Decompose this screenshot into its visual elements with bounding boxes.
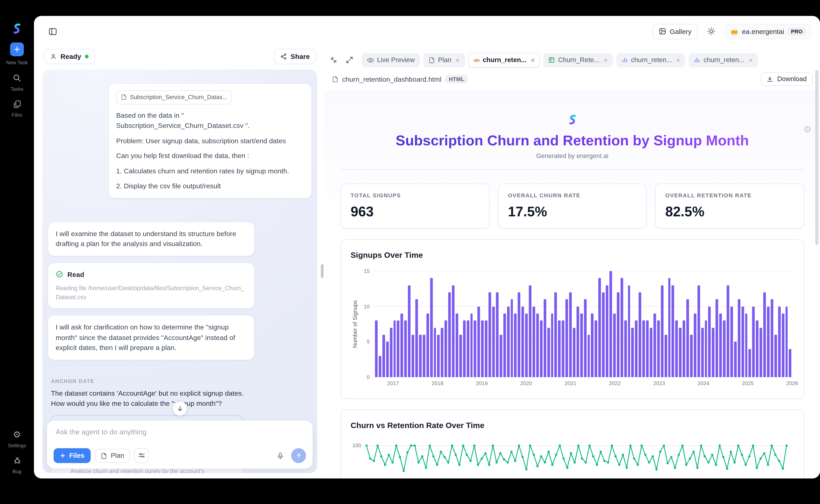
sidebar-item-tasks[interactable]: Tasks	[11, 73, 23, 92]
signup-bar	[437, 335, 440, 377]
agent-status[interactable]: Ready	[44, 49, 95, 64]
download-button[interactable]: Download	[761, 72, 813, 86]
chat-scroll-area[interactable]: Subscription_Service_Churn_Datas... Base…	[42, 69, 317, 473]
signup-bar	[756, 320, 759, 377]
signup-bar	[690, 335, 693, 377]
plan-button[interactable]: Plan	[95, 449, 130, 463]
tab-churn-rete-[interactable]: Churn_Rete...×	[543, 53, 613, 67]
signup-bar	[679, 328, 682, 377]
scrollbar-thumb[interactable]	[815, 70, 818, 245]
signup-bar	[569, 292, 572, 377]
signup-bar	[730, 306, 733, 377]
x-tick-label: 2025	[742, 380, 754, 386]
sidebar-item-files[interactable]: Files	[12, 100, 22, 118]
signup-bar	[668, 278, 671, 377]
crown-icon	[730, 28, 738, 35]
signup-bar	[584, 299, 586, 377]
read-step[interactable]: Read Reading file /home/user/Desktop/dat…	[48, 262, 255, 309]
mic-button[interactable]	[273, 449, 287, 463]
sidebar-item-bug[interactable]: Bug	[12, 456, 21, 474]
x-tick-label: 2020	[520, 380, 532, 386]
chat-input[interactable]	[54, 427, 306, 436]
attachment-chip[interactable]: Subscription_Service_Churn_Datas...	[116, 90, 232, 104]
close-icon[interactable]: ×	[749, 56, 753, 64]
stat-value: 17.5%	[508, 204, 637, 220]
gallery-button[interactable]: Gallery	[652, 24, 698, 39]
signup-bar	[576, 306, 579, 377]
files-button-label: Files	[69, 452, 84, 459]
signup-bar	[646, 320, 649, 377]
signup-bar	[778, 306, 781, 377]
tab-live-preview[interactable]: Live Preview	[362, 53, 420, 67]
chat-panel: Ready Share	[34, 47, 325, 478]
scroll-to-bottom-button[interactable]	[172, 401, 187, 416]
signup-bar	[485, 320, 487, 377]
signup-bar	[434, 328, 436, 377]
y-tick-label: 0	[367, 374, 370, 380]
theme-toggle-button[interactable]	[704, 24, 718, 38]
signup-bar	[675, 320, 678, 377]
signup-bar	[683, 320, 685, 377]
tab-churn-reten-[interactable]: </>churn_reten...×	[468, 53, 540, 67]
chart-icon	[622, 57, 628, 63]
file-type-badge: HTML	[445, 75, 468, 83]
message-line: 2. Display the csv file output/result	[116, 181, 304, 191]
tools-sliders-button[interactable]	[134, 448, 149, 463]
topbar: Gallery ea.energentai PRO	[34, 16, 820, 47]
signup-bar	[540, 320, 543, 377]
signup-bar	[745, 314, 748, 377]
signup-bar	[639, 292, 641, 377]
signup-bar	[404, 320, 407, 377]
preview-pane[interactable]: ⚙ Subscription Churn and Retention by Si…	[325, 90, 820, 478]
close-icon[interactable]: ×	[604, 56, 608, 64]
close-icon[interactable]: ×	[676, 56, 680, 64]
tasks-label: Tasks	[11, 86, 23, 92]
send-button[interactable]	[291, 448, 306, 463]
collapse-panel-button[interactable]	[327, 53, 341, 67]
signup-bar	[701, 328, 704, 377]
panel-resize-handle[interactable]	[321, 264, 324, 278]
x-tick-label: 2017	[387, 380, 399, 386]
signup-bar	[375, 320, 378, 377]
files-icon	[12, 100, 21, 109]
search-icon	[12, 73, 22, 83]
x-tick-label: 2018	[432, 380, 444, 386]
share-button[interactable]: Share	[274, 49, 316, 64]
tab-plan[interactable]: Plan×	[423, 53, 465, 67]
stat-card: TOTAL SIGNUPS963	[341, 184, 489, 229]
message-line: 1. Calculates churn and retention rates …	[116, 166, 304, 176]
signup-bar	[419, 335, 422, 377]
signup-bar	[441, 328, 444, 377]
close-icon[interactable]: ×	[456, 56, 460, 64]
dashboard-settings-icon[interactable]: ⚙	[803, 125, 811, 134]
signup-bar	[518, 292, 520, 377]
sidebar-toggle-button[interactable]	[46, 24, 59, 38]
signup-bar	[533, 306, 535, 377]
new-task-button[interactable]: + New Task	[6, 42, 28, 65]
signup-bar	[547, 328, 550, 377]
signup-bar	[496, 292, 499, 377]
close-icon[interactable]: ×	[531, 56, 535, 64]
files-label: Files	[12, 112, 22, 118]
signup-bar	[525, 314, 528, 377]
signup-bar	[379, 356, 381, 377]
agent-icon	[50, 53, 57, 60]
signup-bar	[510, 299, 513, 377]
account-menu[interactable]: ea.energentai PRO	[724, 24, 812, 39]
signup-bar	[558, 320, 561, 377]
y-axis-ticks: 051015	[359, 271, 373, 377]
signup-bar	[763, 292, 766, 377]
html-icon: </>	[473, 56, 479, 64]
expand-panel-button[interactable]	[343, 53, 356, 67]
signup-bar	[412, 335, 414, 377]
account-name: ea.energentai	[742, 27, 784, 35]
tab-churn-reten-[interactable]: churn_reten...×	[616, 53, 686, 67]
tab-label: churn_reten...	[483, 56, 527, 64]
signup-bar	[657, 320, 660, 377]
signup-bar	[386, 342, 389, 377]
app-logo-icon[interactable]	[11, 22, 23, 35]
tab-churn-reten-[interactable]: churn_reten...×	[689, 53, 758, 67]
files-button[interactable]: + Files	[54, 448, 91, 463]
signup-bar	[774, 335, 777, 377]
sidebar-item-settings[interactable]: ⚙ Settings	[8, 430, 26, 448]
